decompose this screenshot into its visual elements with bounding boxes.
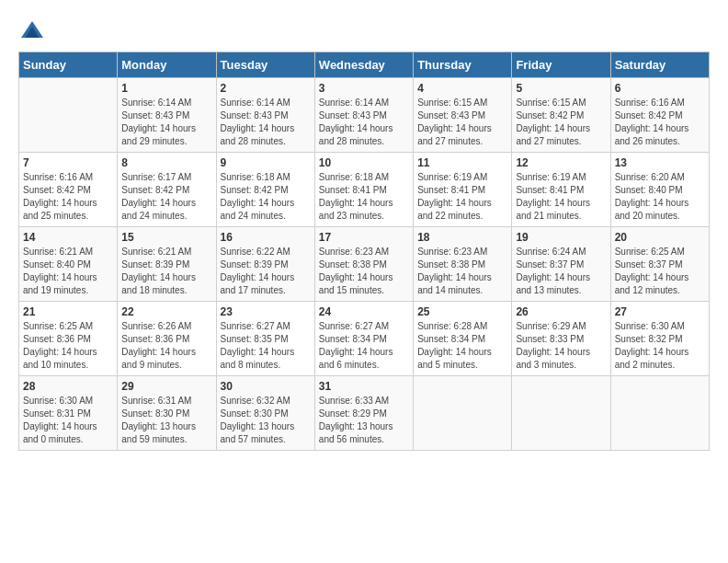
calendar-cell: 27 Sunrise: 6:30 AMSunset: 8:32 PMDaylig…	[610, 302, 709, 376]
calendar-cell: 19 Sunrise: 6:24 AMSunset: 8:37 PMDaylig…	[512, 227, 610, 302]
cell-info: Sunrise: 6:31 AMSunset: 8:30 PMDaylight:…	[121, 395, 211, 446]
calendar-cell: 7 Sunrise: 6:16 AMSunset: 8:42 PMDayligh…	[19, 153, 118, 227]
cell-info: Sunrise: 6:14 AMSunset: 8:43 PMDaylight:…	[121, 97, 211, 148]
day-number: 21	[23, 305, 113, 318]
cell-info: Sunrise: 6:19 AMSunset: 8:41 PMDaylight:…	[417, 171, 507, 223]
day-number: 10	[319, 156, 409, 169]
calendar-week-5: 28 Sunrise: 6:30 AMSunset: 8:31 PMDaylig…	[19, 376, 710, 451]
calendar-header-row: SundayMondayTuesdayWednesdayThursdayFrid…	[19, 52, 710, 78]
calendar-cell: 28 Sunrise: 6:30 AMSunset: 8:31 PMDaylig…	[19, 376, 118, 451]
day-number: 28	[23, 380, 113, 393]
header-monday: Monday	[118, 52, 216, 78]
calendar-cell: 8 Sunrise: 6:17 AMSunset: 8:42 PMDayligh…	[118, 153, 216, 227]
cell-info: Sunrise: 6:25 AMSunset: 8:37 PMDaylight:…	[615, 246, 705, 297]
cell-info: Sunrise: 6:15 AMSunset: 8:43 PMDaylight:…	[417, 97, 507, 148]
day-number: 17	[319, 231, 409, 244]
cell-info: Sunrise: 6:25 AMSunset: 8:36 PMDaylight:…	[23, 320, 113, 372]
header-tuesday: Tuesday	[216, 52, 314, 78]
cell-info: Sunrise: 6:30 AMSunset: 8:32 PMDaylight:…	[615, 320, 705, 372]
day-number: 11	[417, 156, 507, 169]
cell-info: Sunrise: 6:28 AMSunset: 8:34 PMDaylight:…	[417, 320, 507, 372]
day-number: 23	[221, 305, 311, 318]
cell-info: Sunrise: 6:27 AMSunset: 8:35 PMDaylight:…	[221, 320, 311, 372]
calendar-week-4: 21 Sunrise: 6:25 AMSunset: 8:36 PMDaylig…	[19, 302, 710, 376]
day-number: 18	[417, 231, 507, 244]
day-number: 12	[516, 156, 606, 169]
cell-info: Sunrise: 6:23 AMSunset: 8:38 PMDaylight:…	[319, 246, 409, 297]
calendar-cell: 3 Sunrise: 6:14 AMSunset: 8:43 PMDayligh…	[314, 78, 413, 153]
day-number: 15	[121, 231, 211, 244]
calendar-cell: 29 Sunrise: 6:31 AMSunset: 8:30 PMDaylig…	[118, 376, 216, 451]
day-number: 25	[417, 305, 507, 318]
calendar-cell: 18 Sunrise: 6:23 AMSunset: 8:38 PMDaylig…	[414, 227, 512, 302]
day-number: 20	[615, 231, 705, 244]
cell-info: Sunrise: 6:16 AMSunset: 8:42 PMDaylight:…	[23, 171, 113, 223]
cell-info: Sunrise: 6:29 AMSunset: 8:33 PMDaylight:…	[516, 320, 606, 372]
calendar-cell: 30 Sunrise: 6:32 AMSunset: 8:30 PMDaylig…	[216, 376, 314, 451]
logo	[18, 18, 50, 46]
cell-info: Sunrise: 6:27 AMSunset: 8:34 PMDaylight:…	[319, 320, 409, 372]
calendar-cell: 24 Sunrise: 6:27 AMSunset: 8:34 PMDaylig…	[314, 302, 413, 376]
day-number: 27	[615, 305, 705, 318]
calendar-cell: 21 Sunrise: 6:25 AMSunset: 8:36 PMDaylig…	[19, 302, 118, 376]
cell-info: Sunrise: 6:16 AMSunset: 8:42 PMDaylight:…	[615, 97, 705, 148]
calendar-cell: 2 Sunrise: 6:14 AMSunset: 8:43 PMDayligh…	[216, 78, 314, 153]
header-friday: Friday	[512, 52, 610, 78]
cell-info: Sunrise: 6:19 AMSunset: 8:41 PMDaylight:…	[516, 171, 606, 223]
calendar-week-2: 7 Sunrise: 6:16 AMSunset: 8:42 PMDayligh…	[19, 153, 710, 227]
calendar-cell: 15 Sunrise: 6:21 AMSunset: 8:39 PMDaylig…	[118, 227, 216, 302]
calendar-cell: 20 Sunrise: 6:25 AMSunset: 8:37 PMDaylig…	[610, 227, 709, 302]
day-number: 22	[121, 305, 211, 318]
cell-info: Sunrise: 6:26 AMSunset: 8:36 PMDaylight:…	[121, 320, 211, 372]
calendar-cell: 17 Sunrise: 6:23 AMSunset: 8:38 PMDaylig…	[314, 227, 413, 302]
calendar-cell: 23 Sunrise: 6:27 AMSunset: 8:35 PMDaylig…	[216, 302, 314, 376]
cell-info: Sunrise: 6:32 AMSunset: 8:30 PMDaylight:…	[221, 395, 311, 446]
calendar-cell	[512, 376, 610, 451]
day-number: 13	[615, 156, 705, 169]
day-number: 14	[23, 231, 113, 244]
day-number: 7	[23, 156, 113, 169]
day-number: 8	[121, 156, 211, 169]
cell-info: Sunrise: 6:21 AMSunset: 8:39 PMDaylight:…	[121, 246, 211, 297]
header-saturday: Saturday	[610, 52, 709, 78]
calendar-cell: 16 Sunrise: 6:22 AMSunset: 8:39 PMDaylig…	[216, 227, 314, 302]
cell-info: Sunrise: 6:30 AMSunset: 8:31 PMDaylight:…	[23, 395, 113, 446]
day-number: 9	[221, 156, 311, 169]
cell-info: Sunrise: 6:18 AMSunset: 8:42 PMDaylight:…	[221, 171, 311, 223]
day-number: 31	[319, 380, 409, 393]
day-number: 16	[221, 231, 311, 244]
header-thursday: Thursday	[414, 52, 512, 78]
cell-info: Sunrise: 6:21 AMSunset: 8:40 PMDaylight:…	[23, 246, 113, 297]
calendar-cell: 11 Sunrise: 6:19 AMSunset: 8:41 PMDaylig…	[414, 153, 512, 227]
calendar-cell: 25 Sunrise: 6:28 AMSunset: 8:34 PMDaylig…	[414, 302, 512, 376]
calendar-cell: 14 Sunrise: 6:21 AMSunset: 8:40 PMDaylig…	[19, 227, 118, 302]
day-number: 3	[319, 82, 409, 95]
day-number: 1	[121, 82, 211, 95]
cell-info: Sunrise: 6:23 AMSunset: 8:38 PMDaylight:…	[417, 246, 507, 297]
day-number: 6	[615, 82, 705, 95]
calendar-cell: 31 Sunrise: 6:33 AMSunset: 8:29 PMDaylig…	[314, 376, 413, 451]
day-number: 4	[417, 82, 507, 95]
calendar-cell: 26 Sunrise: 6:29 AMSunset: 8:33 PMDaylig…	[512, 302, 610, 376]
day-number: 2	[221, 82, 311, 95]
calendar-cell: 4 Sunrise: 6:15 AMSunset: 8:43 PMDayligh…	[414, 78, 512, 153]
calendar-cell: 10 Sunrise: 6:18 AMSunset: 8:41 PMDaylig…	[314, 153, 413, 227]
calendar-cell	[414, 376, 512, 451]
cell-info: Sunrise: 6:18 AMSunset: 8:41 PMDaylight:…	[319, 171, 409, 223]
calendar-table: SundayMondayTuesdayWednesdayThursdayFrid…	[18, 52, 710, 451]
day-number: 30	[221, 380, 311, 393]
calendar-cell: 9 Sunrise: 6:18 AMSunset: 8:42 PMDayligh…	[216, 153, 314, 227]
cell-info: Sunrise: 6:33 AMSunset: 8:29 PMDaylight:…	[319, 395, 409, 446]
day-number: 26	[516, 305, 606, 318]
calendar-cell	[610, 376, 709, 451]
header-sunday: Sunday	[19, 52, 118, 78]
calendar-cell: 12 Sunrise: 6:19 AMSunset: 8:41 PMDaylig…	[512, 153, 610, 227]
calendar-cell: 1 Sunrise: 6:14 AMSunset: 8:43 PMDayligh…	[118, 78, 216, 153]
calendar-cell: 22 Sunrise: 6:26 AMSunset: 8:36 PMDaylig…	[118, 302, 216, 376]
calendar-week-3: 14 Sunrise: 6:21 AMSunset: 8:40 PMDaylig…	[19, 227, 710, 302]
calendar-cell: 5 Sunrise: 6:15 AMSunset: 8:42 PMDayligh…	[512, 78, 610, 153]
cell-info: Sunrise: 6:14 AMSunset: 8:43 PMDaylight:…	[319, 97, 409, 148]
cell-info: Sunrise: 6:22 AMSunset: 8:39 PMDaylight:…	[221, 246, 311, 297]
calendar-cell: 6 Sunrise: 6:16 AMSunset: 8:42 PMDayligh…	[610, 78, 709, 153]
cell-info: Sunrise: 6:15 AMSunset: 8:42 PMDaylight:…	[516, 97, 606, 148]
